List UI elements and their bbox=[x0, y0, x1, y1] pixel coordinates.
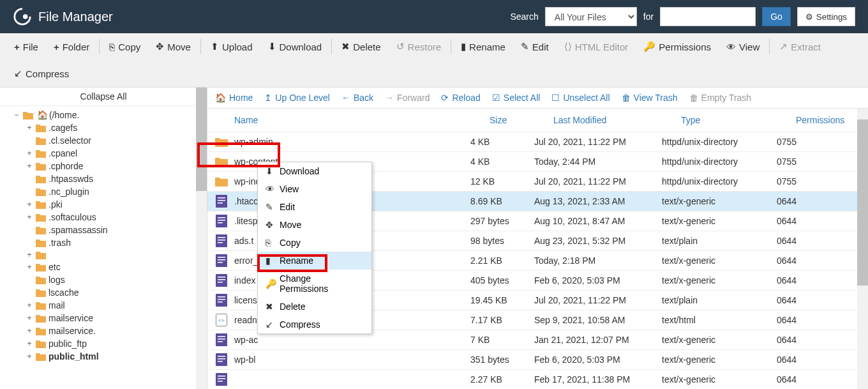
tree-item[interactable]: logs bbox=[0, 273, 207, 286]
file-size: 8.69 KB bbox=[470, 196, 534, 206]
file-scrollbar[interactable] bbox=[857, 109, 868, 389]
tree-item[interactable]: .cl.selector bbox=[0, 134, 207, 147]
view-trash-button[interactable]: 🗑View Trash bbox=[622, 93, 678, 103]
move-button[interactable]: ✥Move bbox=[148, 36, 198, 57]
tree-item[interactable]: +public_html bbox=[0, 350, 207, 363]
view-button[interactable]: 👁View bbox=[719, 36, 767, 57]
file-modified: Feb 6, 2020, 5:03 PM bbox=[534, 355, 662, 365]
cm-move[interactable]: ✥Move bbox=[258, 216, 371, 234]
cm-view[interactable]: 👁View bbox=[258, 180, 371, 198]
forward-button[interactable]: →Forward bbox=[385, 93, 430, 103]
search-scope-select[interactable]: All Your Files bbox=[545, 7, 637, 26]
cm-change-permissions[interactable]: 🔑Change Permissions bbox=[258, 270, 371, 298]
column-modified[interactable]: Last Modified bbox=[553, 115, 681, 125]
tree-item[interactable]: +mailservice bbox=[0, 312, 207, 324]
column-size[interactable]: Size bbox=[490, 115, 553, 125]
doc-icon bbox=[215, 254, 228, 267]
file-permissions: 0644 bbox=[777, 355, 828, 365]
expander-icon[interactable]: + bbox=[26, 250, 33, 259]
svg-rect-14 bbox=[216, 254, 227, 267]
home-button[interactable]: 🏠Home bbox=[215, 93, 253, 103]
header-bar: File Manager Search All Your Files for G… bbox=[0, 0, 868, 33]
tree-root[interactable]: − 🏠 (/home. bbox=[0, 109, 207, 121]
column-name[interactable]: Name bbox=[215, 115, 490, 125]
tree-item[interactable]: + bbox=[0, 249, 207, 261]
search-input[interactable] bbox=[660, 7, 756, 26]
cm-copy[interactable]: ⎘Copy bbox=[258, 234, 371, 252]
html-icon: <> bbox=[215, 314, 228, 326]
trash-icon: 🗑 bbox=[689, 93, 698, 103]
new-file-button[interactable]: +File bbox=[6, 36, 46, 57]
file-row[interactable]: 2.27 KBFeb 17, 2021, 11:38 PMtext/x-gene… bbox=[207, 370, 868, 389]
column-type[interactable]: Type bbox=[681, 115, 796, 125]
empty-trash-button[interactable]: 🗑Empty Trash bbox=[689, 93, 752, 103]
tree-item[interactable]: .htpasswds bbox=[0, 172, 207, 185]
cm-download[interactable]: ⬇Download bbox=[258, 162, 371, 180]
tree-item[interactable]: .nc_plugin bbox=[0, 185, 207, 198]
reload-button[interactable]: ⟳Reload bbox=[441, 93, 480, 103]
extract-button[interactable]: ↗Extract bbox=[772, 36, 828, 57]
file-type: text/x-generic bbox=[662, 216, 777, 226]
tree-item[interactable]: .spamassassin bbox=[0, 224, 207, 236]
expander-icon[interactable]: + bbox=[26, 301, 33, 310]
tree-item[interactable]: +.softaculous bbox=[0, 211, 207, 224]
tree-item[interactable]: +.pki bbox=[0, 198, 207, 211]
tree-item[interactable]: +.cpanel bbox=[0, 147, 207, 160]
expander-icon[interactable]: + bbox=[26, 326, 33, 335]
tree-item[interactable]: .trash bbox=[0, 236, 207, 249]
tree-item[interactable]: +etc bbox=[0, 261, 207, 273]
go-button[interactable]: Go bbox=[762, 7, 791, 26]
expander-icon[interactable]: + bbox=[26, 162, 33, 171]
file-permissions: 0644 bbox=[777, 335, 828, 345]
file-listing-area: 🏠Home ↥Up One Level ←Back →Forward ⟳Relo… bbox=[207, 88, 868, 389]
file-row[interactable]: wp-bl351 bytesFeb 6, 2020, 5:03 PMtext/x… bbox=[207, 350, 868, 370]
tree-item[interactable]: +public_ftp bbox=[0, 337, 207, 350]
file-row[interactable]: wp-admin4 KBJul 20, 2021, 11:22 PMhttpd/… bbox=[207, 132, 868, 152]
edit-button[interactable]: ✎Edit bbox=[513, 36, 557, 57]
rename-button[interactable]: ▮Rename bbox=[453, 36, 513, 57]
download-button[interactable]: ⬇Download bbox=[260, 36, 330, 57]
expander-icon[interactable]: + bbox=[26, 200, 33, 209]
unselect-all-button[interactable]: ☐Unselect All bbox=[551, 93, 610, 103]
doc-icon bbox=[215, 294, 228, 307]
cm-compress[interactable]: ↙Compress bbox=[258, 316, 371, 333]
svg-rect-12 bbox=[218, 240, 225, 241]
restore-button[interactable]: ↺Restore bbox=[389, 36, 449, 57]
copy-button[interactable]: ⎘Copy bbox=[101, 36, 148, 57]
expander-icon[interactable]: + bbox=[26, 314, 33, 323]
svg-rect-10 bbox=[216, 234, 227, 247]
select-all-button[interactable]: ☑Select All bbox=[492, 93, 541, 103]
collapse-all-button[interactable]: Collapse All bbox=[0, 88, 207, 106]
cm-edit[interactable]: ✎Edit bbox=[258, 198, 371, 216]
up-one-level-button[interactable]: ↥Up One Level bbox=[264, 93, 330, 103]
expander-icon[interactable]: + bbox=[26, 213, 33, 222]
svg-rect-22 bbox=[216, 294, 227, 307]
column-permissions[interactable]: Permissions bbox=[796, 115, 847, 125]
file-type: text/x-generic bbox=[662, 355, 777, 365]
expander-icon[interactable]: + bbox=[26, 339, 33, 348]
tree-item[interactable]: +.cphorde bbox=[0, 160, 207, 172]
expander-icon[interactable]: + bbox=[26, 263, 33, 271]
expander-icon[interactable]: + bbox=[26, 352, 33, 361]
delete-button[interactable]: ✖Delete bbox=[334, 36, 388, 57]
upload-button[interactable]: ⬆Upload bbox=[203, 36, 260, 57]
html-editor-button[interactable]: ⟨⟩HTML Editor bbox=[557, 36, 636, 57]
tree-item[interactable]: lscache bbox=[0, 286, 207, 299]
settings-button[interactable]: ⚙ Settings bbox=[797, 7, 855, 26]
permissions-button[interactable]: 🔑Permissions bbox=[636, 36, 719, 57]
tree-item[interactable]: +mail bbox=[0, 299, 207, 312]
tree-item[interactable]: +mailservice. bbox=[0, 324, 207, 337]
expander-icon[interactable]: + bbox=[26, 149, 33, 158]
sidebar-scrollbar[interactable] bbox=[196, 88, 207, 389]
file-name: wp-bl bbox=[234, 355, 255, 365]
expander-icon[interactable]: + bbox=[26, 123, 33, 132]
cm-delete[interactable]: ✖Delete bbox=[258, 298, 371, 316]
back-button[interactable]: ←Back bbox=[341, 93, 373, 103]
svg-rect-5 bbox=[218, 202, 223, 204]
compress-button[interactable]: ↙Compress bbox=[6, 63, 77, 84]
cm-rename[interactable]: ▮Rename bbox=[258, 252, 371, 270]
new-folder-button[interactable]: +Folder bbox=[46, 36, 97, 57]
file-name: ads.t bbox=[234, 236, 253, 246]
copy-icon: ⎘ bbox=[109, 42, 115, 52]
tree-item[interactable]: +.cagefs bbox=[0, 121, 207, 134]
